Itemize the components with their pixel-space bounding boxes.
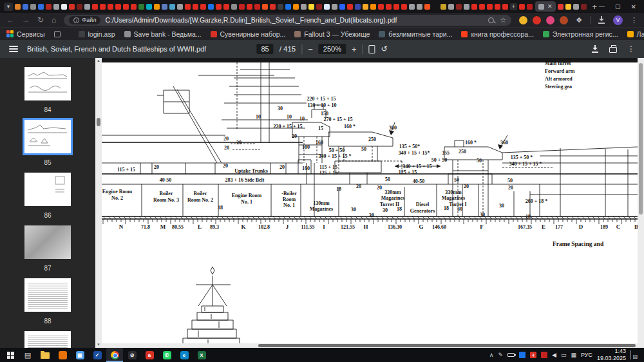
chrome-icon[interactable] [106,348,123,362]
scroll-down-icon[interactable]: ▼ [95,342,102,348]
tab-favicon[interactable] [347,4,353,10]
horizontal-scroll-thumb[interactable] [258,344,636,347]
tab-favicon[interactable] [162,4,167,10]
tab-favicon[interactable] [185,4,191,10]
new-tab-button[interactable]: + [592,2,598,12]
taskbar-app-icon[interactable]: a [141,348,158,362]
notification-panel-icon[interactable]: ▤ [630,350,639,359]
tab-favicon[interactable] [61,4,67,10]
start-button[interactable] [2,348,19,362]
tab-favicon[interactable] [146,4,152,10]
bookmark-item[interactable]: Сувенирные набор... [211,30,286,38]
browser-menu-icon[interactable]: ⋮ [630,16,638,24]
pdf-more-icon[interactable]: ⋮ [627,44,635,53]
tray-app-icon[interactable] [541,352,547,358]
tab-favicon[interactable] [370,4,376,10]
tab-favicon[interactable] [239,4,245,10]
tray-icon[interactable]: ✎ [498,352,503,358]
bookmark-item[interactable]: Электронная регис... [543,30,618,38]
bookmark-item[interactable]: login.asp [79,30,115,38]
tab-favicon[interactable] [84,4,90,10]
tab-favicon[interactable] [401,4,407,10]
bookmark-item[interactable]: безлимитные тари... [379,30,452,38]
tab-favicon[interactable] [38,4,44,10]
bookmark-star-icon[interactable]: ☆ [500,16,506,24]
tab-favicon[interactable] [92,4,98,10]
active-tab-pdf[interactable]: ✕ [535,1,556,12]
tray-app-icon[interactable]: 4 [530,352,536,358]
extension-icon[interactable] [519,16,527,24]
tab-favicon[interactable] [355,4,361,10]
tab-favicon[interactable] [308,4,314,10]
pdf-download-icon[interactable] [592,45,599,53]
tab-favicon[interactable] [46,4,52,10]
language-indicator[interactable]: РУС [581,352,592,358]
minimize-button[interactable]: — [599,3,605,10]
tab-favicon[interactable] [154,4,160,10]
tab-favicon[interactable] [231,4,237,10]
tab-favicon[interactable] [424,4,430,10]
bookmark-item[interactable]: Лаборатория альте... [627,30,644,38]
tab-favicon[interactable] [254,4,260,10]
tab-favicon[interactable] [270,4,276,10]
zoom-in-button[interactable]: + [352,44,357,54]
tab-favicon[interactable] [53,4,59,10]
close-window-button[interactable]: ✕ [631,3,636,10]
taskbar-app-icon[interactable]: ✓ [89,348,106,362]
tab-favicon[interactable] [285,4,291,10]
taskbar-app-icon[interactable]: e [176,348,193,362]
address-bar[interactable]: i Файл C:/Users/Admin/Downloads/[W.Garzk… [64,15,511,26]
sidebar-scrollbar[interactable]: ▲ ▼ [95,58,102,348]
tab-favicon[interactable] [502,4,508,10]
page-thumbnail[interactable] [24,331,71,348]
vertical-scroll-thumb[interactable] [639,63,643,214]
bookmark-item[interactable]: Save bank - Ведьма... [124,30,202,38]
downloads-icon[interactable] [598,16,605,24]
zoom-level[interactable]: 250% [319,44,346,54]
pdf-print-icon[interactable] [609,47,617,53]
extension-icon[interactable] [546,16,554,24]
page-thumbnail[interactable] [24,120,71,153]
extensions-puzzle-icon[interactable]: ❖ [576,16,582,24]
bookmark-item[interactable]: книга профессора... [461,30,533,38]
maximize-button[interactable]: ▢ [615,3,621,10]
taskbar-app-icon[interactable]: X [193,348,210,362]
tab-favicon[interactable] [456,4,462,10]
tab-favicon[interactable] [223,4,229,10]
tab-favicon[interactable] [573,4,579,10]
tab-favicon[interactable] [495,4,500,10]
extension-icon[interactable] [560,16,568,24]
tab-favicon[interactable] [324,4,330,10]
tab-favicon[interactable] [115,4,121,10]
tab-favicon[interactable] [332,4,337,10]
file-explorer-icon[interactable] [37,348,53,362]
tab-favicon[interactable] [301,4,307,10]
tray-icon[interactable]: ▦ [571,352,576,358]
close-tab-icon[interactable]: ✕ [547,4,553,10]
taskbar-app-icon[interactable]: ▦ [71,348,88,362]
back-icon[interactable]: ← [6,16,14,24]
page-thumbnail[interactable] [24,173,71,206]
tray-icon[interactable]: ◀ [552,352,556,358]
url-text[interactable]: C:/Users/Admin/Downloads/[W.Garzke,R.Dul… [105,16,484,24]
tab-search-chevron-icon[interactable]: ▾ [4,3,13,11]
tab-favicon[interactable] [23,4,28,10]
tab-favicon[interactable] [363,4,368,10]
page-thumbnail[interactable] [24,278,71,312]
tab-favicon[interactable] [316,4,322,10]
tab-favicon[interactable] [262,4,268,10]
sidebar-scroll-thumb[interactable] [97,118,100,126]
tab-favicon[interactable] [216,4,222,10]
tab-favicon[interactable] [378,4,384,10]
tab-favicon[interactable] [565,4,571,10]
scroll-up-icon[interactable]: ▲ [95,58,102,64]
tab-favicon[interactable] [69,4,75,10]
tab-favicon[interactable] [100,4,106,10]
tray-chevron-icon[interactable]: ∧ [489,352,494,358]
tab-favicon[interactable] [278,4,283,10]
tab-favicon[interactable] [177,4,183,10]
page-thumbnail[interactable] [24,67,71,100]
tray-app-icon[interactable] [519,352,526,358]
tab-favicon[interactable] [440,4,446,10]
extension-icon[interactable] [533,16,541,24]
